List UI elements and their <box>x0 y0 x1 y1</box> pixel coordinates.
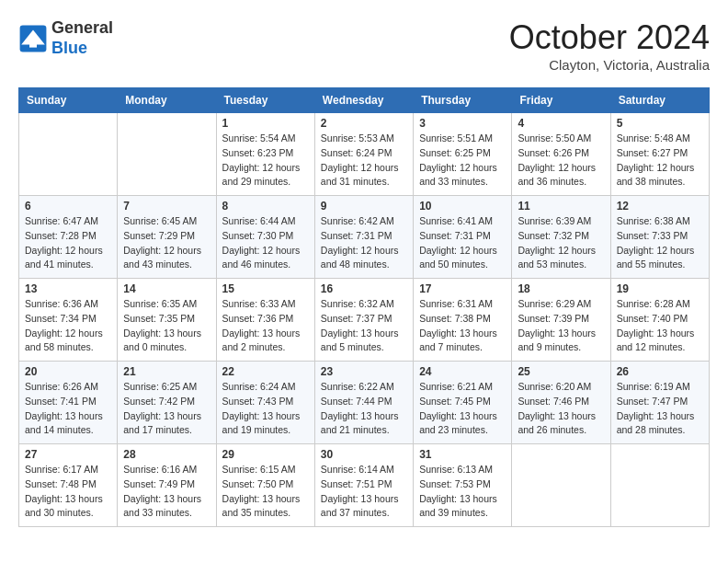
calendar-cell: 20Sunrise: 6:26 AMSunset: 7:41 PMDayligh… <box>19 362 118 444</box>
calendar-cell: 30Sunrise: 6:14 AMSunset: 7:51 PMDayligh… <box>314 444 413 527</box>
day-info: Sunrise: 6:42 AMSunset: 7:31 PMDaylight:… <box>321 214 407 272</box>
day-number: 14 <box>123 282 210 295</box>
logo-icon <box>18 24 48 53</box>
day-number: 21 <box>123 365 210 378</box>
calendar-cell: 24Sunrise: 6:21 AMSunset: 7:45 PMDayligh… <box>414 362 512 444</box>
day-info: Sunrise: 6:20 AMSunset: 7:46 PMDaylight:… <box>518 380 604 438</box>
day-number: 25 <box>518 365 604 378</box>
logo-text: General Blue <box>51 18 113 58</box>
svg-rect-2 <box>29 40 37 47</box>
day-number: 26 <box>617 365 703 378</box>
day-number: 23 <box>321 365 407 378</box>
day-of-week-header: Thursday <box>414 88 512 113</box>
day-info: Sunrise: 6:36 AMSunset: 7:34 PMDaylight:… <box>25 297 111 355</box>
day-of-week-header: Sunday <box>19 88 118 113</box>
calendar-cell: 7Sunrise: 6:45 AMSunset: 7:29 PMDaylight… <box>118 196 216 279</box>
calendar-cell <box>610 444 709 527</box>
calendar-week-row: 6Sunrise: 6:47 AMSunset: 7:28 PMDaylight… <box>19 196 710 279</box>
day-number: 8 <box>222 200 309 213</box>
calendar-cell: 10Sunrise: 6:41 AMSunset: 7:31 PMDayligh… <box>414 196 512 279</box>
calendar-week-row: 1Sunrise: 5:54 AMSunset: 6:23 PMDaylight… <box>19 113 710 196</box>
calendar-cell: 25Sunrise: 6:20 AMSunset: 7:46 PMDayligh… <box>512 362 610 444</box>
day-info: Sunrise: 6:32 AMSunset: 7:37 PMDaylight:… <box>321 297 407 355</box>
calendar-cell: 18Sunrise: 6:29 AMSunset: 7:39 PMDayligh… <box>512 279 610 362</box>
day-number: 24 <box>419 365 506 378</box>
day-number: 7 <box>123 200 210 213</box>
logo: General Blue <box>18 18 113 58</box>
day-info: Sunrise: 6:17 AMSunset: 7:48 PMDaylight:… <box>25 463 111 521</box>
calendar-cell: 23Sunrise: 6:22 AMSunset: 7:44 PMDayligh… <box>314 362 413 444</box>
calendar-cell: 21Sunrise: 6:25 AMSunset: 7:42 PMDayligh… <box>118 362 216 444</box>
day-number: 31 <box>419 448 506 461</box>
calendar-cell <box>512 444 610 527</box>
calendar-week-row: 27Sunrise: 6:17 AMSunset: 7:48 PMDayligh… <box>19 444 710 527</box>
day-info: Sunrise: 6:44 AMSunset: 7:30 PMDaylight:… <box>222 214 309 272</box>
day-number: 17 <box>419 282 506 295</box>
day-info: Sunrise: 6:21 AMSunset: 7:45 PMDaylight:… <box>419 380 506 438</box>
calendar-cell <box>118 113 216 196</box>
calendar-cell: 9Sunrise: 6:42 AMSunset: 7:31 PMDaylight… <box>314 196 413 279</box>
day-info: Sunrise: 6:29 AMSunset: 7:39 PMDaylight:… <box>518 297 604 355</box>
logo-line1: General <box>51 18 113 39</box>
calendar-cell: 22Sunrise: 6:24 AMSunset: 7:43 PMDayligh… <box>216 362 314 444</box>
day-info: Sunrise: 6:47 AMSunset: 7:28 PMDaylight:… <box>25 214 111 272</box>
calendar-cell <box>19 113 118 196</box>
calendar-cell: 12Sunrise: 6:38 AMSunset: 7:33 PMDayligh… <box>610 196 709 279</box>
day-number: 12 <box>617 200 703 213</box>
page-header: General Blue October 2024 Clayton, Victo… <box>18 18 710 73</box>
calendar-week-row: 13Sunrise: 6:36 AMSunset: 7:34 PMDayligh… <box>19 279 710 362</box>
day-number: 20 <box>25 365 111 378</box>
month-title: October 2024 <box>509 18 710 57</box>
calendar-week-row: 20Sunrise: 6:26 AMSunset: 7:41 PMDayligh… <box>19 362 710 444</box>
calendar-cell: 17Sunrise: 6:31 AMSunset: 7:38 PMDayligh… <box>414 279 512 362</box>
day-of-week-header: Friday <box>512 88 610 113</box>
day-number: 28 <box>123 448 210 461</box>
day-of-week-header: Tuesday <box>216 88 314 113</box>
calendar-cell: 15Sunrise: 6:33 AMSunset: 7:36 PMDayligh… <box>216 279 314 362</box>
day-of-week-header: Monday <box>118 88 216 113</box>
day-info: Sunrise: 6:15 AMSunset: 7:50 PMDaylight:… <box>222 463 309 521</box>
day-number: 2 <box>321 117 407 130</box>
calendar-cell: 13Sunrise: 6:36 AMSunset: 7:34 PMDayligh… <box>19 279 118 362</box>
day-info: Sunrise: 6:35 AMSunset: 7:35 PMDaylight:… <box>123 297 210 355</box>
calendar-cell: 16Sunrise: 6:32 AMSunset: 7:37 PMDayligh… <box>314 279 413 362</box>
calendar-cell: 8Sunrise: 6:44 AMSunset: 7:30 PMDaylight… <box>216 196 314 279</box>
calendar-cell: 29Sunrise: 6:15 AMSunset: 7:50 PMDayligh… <box>216 444 314 527</box>
location: Clayton, Victoria, Australia <box>509 57 710 73</box>
day-number: 13 <box>25 282 111 295</box>
day-number: 27 <box>25 448 111 461</box>
day-number: 4 <box>518 117 604 130</box>
day-info: Sunrise: 6:13 AMSunset: 7:53 PMDaylight:… <box>419 463 506 521</box>
day-number: 5 <box>617 117 703 130</box>
day-info: Sunrise: 5:50 AMSunset: 6:26 PMDaylight:… <box>518 132 604 190</box>
day-info: Sunrise: 5:48 AMSunset: 6:27 PMDaylight:… <box>617 132 703 190</box>
calendar-cell: 27Sunrise: 6:17 AMSunset: 7:48 PMDayligh… <box>19 444 118 527</box>
calendar-cell: 26Sunrise: 6:19 AMSunset: 7:47 PMDayligh… <box>610 362 709 444</box>
day-info: Sunrise: 6:41 AMSunset: 7:31 PMDaylight:… <box>419 214 506 272</box>
calendar-cell: 2Sunrise: 5:53 AMSunset: 6:24 PMDaylight… <box>314 113 413 196</box>
day-info: Sunrise: 6:16 AMSunset: 7:49 PMDaylight:… <box>123 463 210 521</box>
calendar-cell: 19Sunrise: 6:28 AMSunset: 7:40 PMDayligh… <box>610 279 709 362</box>
day-info: Sunrise: 5:53 AMSunset: 6:24 PMDaylight:… <box>321 132 407 190</box>
day-number: 19 <box>617 282 703 295</box>
calendar-cell: 28Sunrise: 6:16 AMSunset: 7:49 PMDayligh… <box>118 444 216 527</box>
calendar-cell: 31Sunrise: 6:13 AMSunset: 7:53 PMDayligh… <box>414 444 512 527</box>
day-number: 10 <box>419 200 506 213</box>
day-of-week-header: Wednesday <box>314 88 413 113</box>
calendar-table: SundayMondayTuesdayWednesdayThursdayFrid… <box>18 87 710 527</box>
day-number: 29 <box>222 448 309 461</box>
calendar-cell: 6Sunrise: 6:47 AMSunset: 7:28 PMDaylight… <box>19 196 118 279</box>
title-block: October 2024 Clayton, Victoria, Australi… <box>509 18 710 73</box>
calendar-cell: 11Sunrise: 6:39 AMSunset: 7:32 PMDayligh… <box>512 196 610 279</box>
day-number: 30 <box>321 448 407 461</box>
calendar-cell: 4Sunrise: 5:50 AMSunset: 6:26 PMDaylight… <box>512 113 610 196</box>
day-info: Sunrise: 6:45 AMSunset: 7:29 PMDaylight:… <box>123 214 210 272</box>
day-info: Sunrise: 6:24 AMSunset: 7:43 PMDaylight:… <box>222 380 309 438</box>
calendar-cell: 14Sunrise: 6:35 AMSunset: 7:35 PMDayligh… <box>118 279 216 362</box>
calendar-cell: 5Sunrise: 5:48 AMSunset: 6:27 PMDaylight… <box>610 113 709 196</box>
day-info: Sunrise: 6:26 AMSunset: 7:41 PMDaylight:… <box>25 380 111 438</box>
day-info: Sunrise: 6:39 AMSunset: 7:32 PMDaylight:… <box>518 214 604 272</box>
day-number: 15 <box>222 282 309 295</box>
day-info: Sunrise: 5:51 AMSunset: 6:25 PMDaylight:… <box>419 132 506 190</box>
day-number: 22 <box>222 365 309 378</box>
